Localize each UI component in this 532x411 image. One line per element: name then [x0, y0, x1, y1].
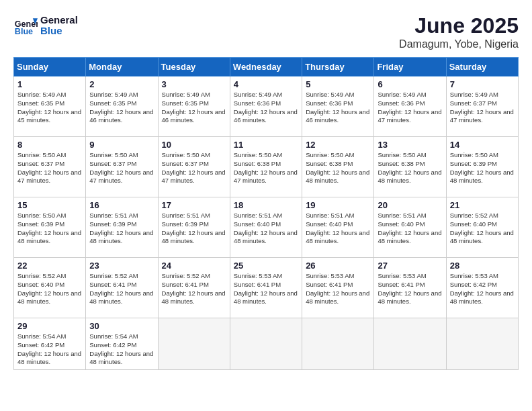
day-number: 28 — [450, 261, 515, 271]
table-row — [374, 318, 446, 370]
table-row: 14 Sunrise: 5:50 AM Sunset: 6:39 PM Dayl… — [446, 137, 518, 197]
day-info: Sunrise: 5:50 AM Sunset: 6:37 PM Dayligh… — [89, 151, 154, 185]
day-info: Sunrise: 5:53 AM Sunset: 6:41 PM Dayligh… — [306, 272, 370, 306]
logo-general-text: General — [40, 15, 78, 26]
month-title: June 2025 — [399, 13, 519, 38]
svg-text:Blue: Blue — [15, 27, 33, 36]
logo-blue-text: Blue — [40, 26, 78, 37]
day-info: Sunrise: 5:51 AM Sunset: 6:40 PM Dayligh… — [378, 212, 442, 246]
col-saturday: Saturday — [446, 58, 518, 77]
day-info: Sunrise: 5:52 AM Sunset: 6:40 PM Dayligh… — [450, 212, 515, 246]
day-number: 25 — [234, 261, 298, 271]
calendar-week-row: 29 Sunrise: 5:54 AM Sunset: 6:42 PM Dayl… — [14, 318, 519, 370]
col-thursday: Thursday — [302, 58, 374, 77]
logo-icon: General Blue — [13, 13, 38, 38]
day-number: 7 — [450, 79, 515, 89]
day-info: Sunrise: 5:49 AM Sunset: 6:35 PM Dayligh… — [162, 91, 226, 125]
logo: General Blue General Blue — [13, 13, 78, 38]
day-number: 20 — [378, 200, 442, 210]
table-row: 22 Sunrise: 5:52 AM Sunset: 6:40 PM Dayl… — [14, 258, 86, 318]
table-row: 5 Sunrise: 5:49 AM Sunset: 6:36 PM Dayli… — [302, 77, 374, 137]
location: Damagum, Yobe, Nigeria — [399, 38, 519, 50]
day-info: Sunrise: 5:50 AM Sunset: 6:39 PM Dayligh… — [450, 151, 515, 185]
table-row: 18 Sunrise: 5:51 AM Sunset: 6:40 PM Dayl… — [230, 197, 302, 258]
table-row: 9 Sunrise: 5:50 AM Sunset: 6:37 PM Dayli… — [86, 137, 158, 197]
table-row: 4 Sunrise: 5:49 AM Sunset: 6:36 PM Dayli… — [230, 77, 302, 137]
day-number: 23 — [89, 261, 154, 271]
day-info: Sunrise: 5:53 AM Sunset: 6:41 PM Dayligh… — [234, 272, 298, 306]
day-info: Sunrise: 5:50 AM Sunset: 6:39 PM Dayligh… — [17, 212, 82, 246]
calendar: Sunday Monday Tuesday Wednesday Thursday… — [13, 57, 519, 370]
day-info: Sunrise: 5:51 AM Sunset: 6:40 PM Dayligh… — [306, 212, 370, 246]
day-number: 22 — [17, 261, 82, 271]
day-number: 12 — [306, 140, 370, 150]
day-number: 26 — [306, 261, 370, 271]
calendar-week-row: 15 Sunrise: 5:50 AM Sunset: 6:39 PM Dayl… — [14, 197, 519, 258]
col-tuesday: Tuesday — [158, 58, 230, 77]
col-sunday: Sunday — [14, 58, 86, 77]
day-number: 3 — [162, 79, 226, 89]
day-number: 19 — [306, 200, 370, 210]
table-row: 30 Sunrise: 5:54 AM Sunset: 6:42 PM Dayl… — [86, 318, 158, 370]
day-number: 30 — [89, 321, 154, 331]
day-number: 27 — [378, 261, 442, 271]
day-number: 13 — [378, 140, 442, 150]
calendar-week-row: 22 Sunrise: 5:52 AM Sunset: 6:40 PM Dayl… — [14, 258, 519, 318]
table-row: 25 Sunrise: 5:53 AM Sunset: 6:41 PM Dayl… — [230, 258, 302, 318]
day-number: 4 — [234, 79, 298, 89]
day-info: Sunrise: 5:51 AM Sunset: 6:39 PM Dayligh… — [162, 212, 226, 246]
day-number: 6 — [378, 79, 442, 89]
table-row: 23 Sunrise: 5:52 AM Sunset: 6:41 PM Dayl… — [86, 258, 158, 318]
day-info: Sunrise: 5:49 AM Sunset: 6:36 PM Dayligh… — [306, 91, 370, 125]
day-info: Sunrise: 5:49 AM Sunset: 6:37 PM Dayligh… — [450, 91, 515, 125]
calendar-week-row: 1 Sunrise: 5:49 AM Sunset: 6:35 PM Dayli… — [14, 77, 519, 137]
table-row: 27 Sunrise: 5:53 AM Sunset: 6:41 PM Dayl… — [374, 258, 446, 318]
day-info: Sunrise: 5:52 AM Sunset: 6:41 PM Dayligh… — [162, 272, 226, 306]
col-wednesday: Wednesday — [230, 58, 302, 77]
day-number: 24 — [162, 261, 226, 271]
day-info: Sunrise: 5:53 AM Sunset: 6:41 PM Dayligh… — [378, 272, 442, 306]
table-row: 1 Sunrise: 5:49 AM Sunset: 6:35 PM Dayli… — [14, 77, 86, 137]
day-info: Sunrise: 5:53 AM Sunset: 6:42 PM Dayligh… — [450, 272, 515, 306]
day-info: Sunrise: 5:54 AM Sunset: 6:42 PM Dayligh… — [17, 332, 82, 367]
day-number: 14 — [450, 140, 515, 150]
day-info: Sunrise: 5:50 AM Sunset: 6:38 PM Dayligh… — [234, 151, 298, 185]
table-row: 7 Sunrise: 5:49 AM Sunset: 6:37 PM Dayli… — [446, 77, 518, 137]
day-number: 2 — [89, 79, 154, 89]
day-info: Sunrise: 5:49 AM Sunset: 6:35 PM Dayligh… — [89, 91, 154, 125]
day-info: Sunrise: 5:50 AM Sunset: 6:38 PM Dayligh… — [306, 151, 370, 185]
day-number: 15 — [17, 200, 82, 210]
day-info: Sunrise: 5:52 AM Sunset: 6:40 PM Dayligh… — [17, 272, 82, 306]
day-number: 1 — [17, 79, 82, 89]
day-number: 10 — [162, 140, 226, 150]
table-row: 19 Sunrise: 5:51 AM Sunset: 6:40 PM Dayl… — [302, 197, 374, 258]
day-number: 9 — [89, 140, 154, 150]
day-info: Sunrise: 5:49 AM Sunset: 6:36 PM Dayligh… — [234, 91, 298, 125]
calendar-week-row: 8 Sunrise: 5:50 AM Sunset: 6:37 PM Dayli… — [14, 137, 519, 197]
day-number: 5 — [306, 79, 370, 89]
day-info: Sunrise: 5:52 AM Sunset: 6:41 PM Dayligh… — [89, 272, 154, 306]
col-friday: Friday — [374, 58, 446, 77]
day-number: 11 — [234, 140, 298, 150]
col-monday: Monday — [86, 58, 158, 77]
day-info: Sunrise: 5:54 AM Sunset: 6:42 PM Dayligh… — [89, 332, 154, 367]
day-info: Sunrise: 5:49 AM Sunset: 6:36 PM Dayligh… — [378, 91, 442, 125]
title-area: June 2025 Damagum, Yobe, Nigeria — [399, 13, 519, 50]
table-row — [302, 318, 374, 370]
table-row: 15 Sunrise: 5:50 AM Sunset: 6:39 PM Dayl… — [14, 197, 86, 258]
day-info: Sunrise: 5:50 AM Sunset: 6:37 PM Dayligh… — [17, 151, 82, 185]
table-row: 26 Sunrise: 5:53 AM Sunset: 6:41 PM Dayl… — [302, 258, 374, 318]
day-info: Sunrise: 5:50 AM Sunset: 6:37 PM Dayligh… — [162, 151, 226, 185]
table-row: 8 Sunrise: 5:50 AM Sunset: 6:37 PM Dayli… — [14, 137, 86, 197]
table-row: 29 Sunrise: 5:54 AM Sunset: 6:42 PM Dayl… — [14, 318, 86, 370]
day-number: 17 — [162, 200, 226, 210]
table-row: 6 Sunrise: 5:49 AM Sunset: 6:36 PM Dayli… — [374, 77, 446, 137]
table-row — [158, 318, 230, 370]
table-row — [446, 318, 518, 370]
day-number: 16 — [89, 200, 154, 210]
table-row: 20 Sunrise: 5:51 AM Sunset: 6:40 PM Dayl… — [374, 197, 446, 258]
day-info: Sunrise: 5:49 AM Sunset: 6:35 PM Dayligh… — [17, 91, 82, 125]
table-row: 13 Sunrise: 5:50 AM Sunset: 6:38 PM Dayl… — [374, 137, 446, 197]
calendar-header-row: Sunday Monday Tuesday Wednesday Thursday… — [14, 58, 519, 77]
table-row: 16 Sunrise: 5:51 AM Sunset: 6:39 PM Dayl… — [86, 197, 158, 258]
